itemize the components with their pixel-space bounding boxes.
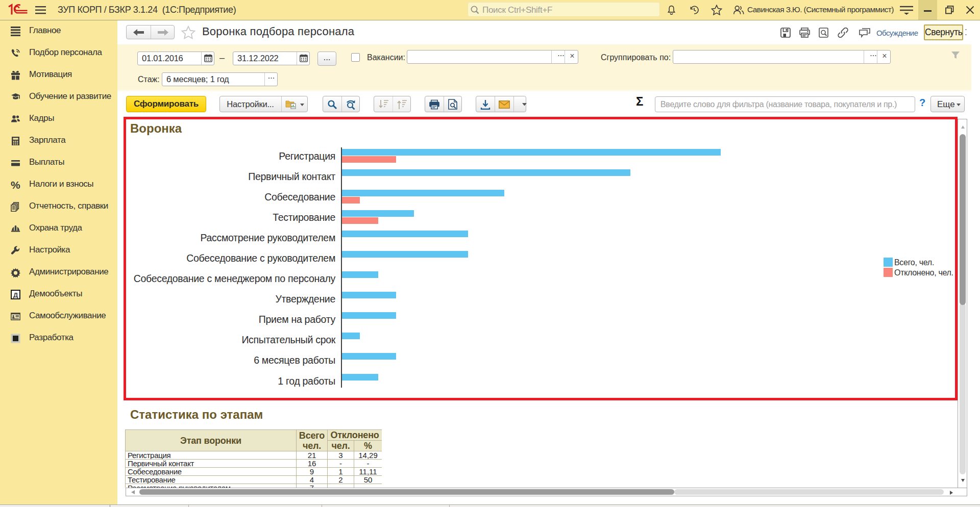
svg-text:Д: Д <box>13 291 18 299</box>
